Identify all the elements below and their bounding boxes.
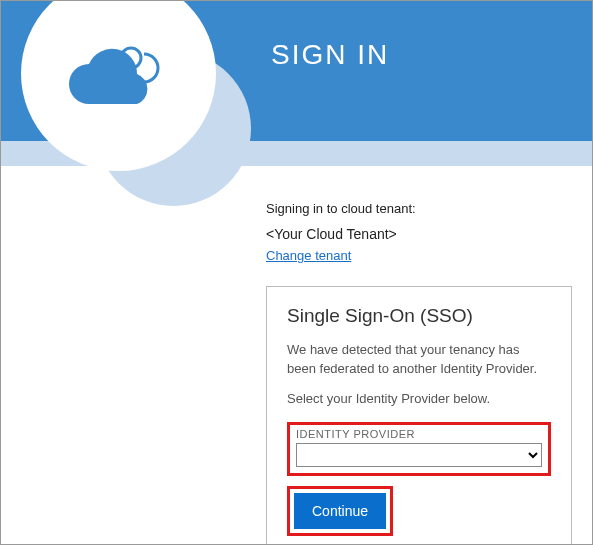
tenant-name: <Your Cloud Tenant> xyxy=(266,226,572,242)
content-area: Signing in to cloud tenant: <Your Cloud … xyxy=(266,201,572,545)
sso-description: We have detected that your tenancy has b… xyxy=(287,341,551,379)
change-tenant-link[interactable]: Change tenant xyxy=(266,248,351,263)
sso-title: Single Sign-On (SSO) xyxy=(287,305,551,327)
sso-select-prompt: Select your Identity Provider below. xyxy=(287,391,551,406)
identity-provider-group: IDENTITY PROVIDER xyxy=(287,422,551,476)
tenant-label: Signing in to cloud tenant: xyxy=(266,201,572,216)
continue-button[interactable]: Continue xyxy=(294,493,386,529)
cloud-icon xyxy=(59,34,179,114)
continue-highlight: Continue xyxy=(287,486,393,536)
page-title: SIGN IN xyxy=(271,39,389,71)
identity-provider-select[interactable] xyxy=(296,443,542,467)
identity-provider-label: IDENTITY PROVIDER xyxy=(296,428,542,440)
sso-panel: Single Sign-On (SSO) We have detected th… xyxy=(266,286,572,545)
signin-page: SIGN IN Signing in to cloud tenant: <You… xyxy=(0,0,593,545)
